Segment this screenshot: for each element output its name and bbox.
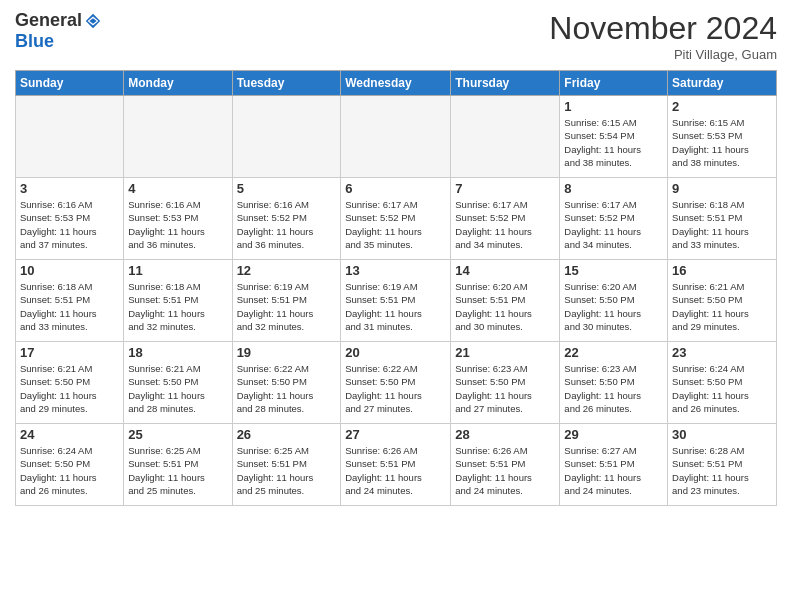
day-number: 6 [345,181,446,196]
col-wednesday: Wednesday [341,71,451,96]
day-info: Sunrise: 6:22 AMSunset: 5:50 PMDaylight:… [237,362,337,415]
calendar-cell-0-2 [232,96,341,178]
day-info: Sunrise: 6:25 AMSunset: 5:51 PMDaylight:… [128,444,227,497]
calendar-cell-3-0: 17Sunrise: 6:21 AMSunset: 5:50 PMDayligh… [16,342,124,424]
calendar-cell-0-0 [16,96,124,178]
day-info: Sunrise: 6:19 AMSunset: 5:51 PMDaylight:… [237,280,337,333]
col-sunday: Sunday [16,71,124,96]
day-number: 16 [672,263,772,278]
day-info: Sunrise: 6:21 AMSunset: 5:50 PMDaylight:… [128,362,227,415]
col-saturday: Saturday [668,71,777,96]
calendar-cell-2-5: 15Sunrise: 6:20 AMSunset: 5:50 PMDayligh… [560,260,668,342]
calendar-cell-1-2: 5Sunrise: 6:16 AMSunset: 5:52 PMDaylight… [232,178,341,260]
day-info: Sunrise: 6:25 AMSunset: 5:51 PMDaylight:… [237,444,337,497]
month-title: November 2024 [549,10,777,47]
logo-flag-icon [84,12,102,30]
logo-text: General [15,10,102,31]
day-number: 1 [564,99,663,114]
calendar-cell-1-6: 9Sunrise: 6:18 AMSunset: 5:51 PMDaylight… [668,178,777,260]
calendar-cell-3-3: 20Sunrise: 6:22 AMSunset: 5:50 PMDayligh… [341,342,451,424]
calendar-cell-1-4: 7Sunrise: 6:17 AMSunset: 5:52 PMDaylight… [451,178,560,260]
calendar-cell-1-0: 3Sunrise: 6:16 AMSunset: 5:53 PMDaylight… [16,178,124,260]
calendar-cell-2-1: 11Sunrise: 6:18 AMSunset: 5:51 PMDayligh… [124,260,232,342]
calendar-cell-3-5: 22Sunrise: 6:23 AMSunset: 5:50 PMDayligh… [560,342,668,424]
day-info: Sunrise: 6:18 AMSunset: 5:51 PMDaylight:… [128,280,227,333]
day-info: Sunrise: 6:26 AMSunset: 5:51 PMDaylight:… [455,444,555,497]
calendar-cell-4-3: 27Sunrise: 6:26 AMSunset: 5:51 PMDayligh… [341,424,451,506]
logo: General Blue [15,10,102,52]
day-info: Sunrise: 6:19 AMSunset: 5:51 PMDaylight:… [345,280,446,333]
col-friday: Friday [560,71,668,96]
calendar-cell-4-0: 24Sunrise: 6:24 AMSunset: 5:50 PMDayligh… [16,424,124,506]
calendar-cell-2-4: 14Sunrise: 6:20 AMSunset: 5:51 PMDayligh… [451,260,560,342]
day-number: 26 [237,427,337,442]
day-info: Sunrise: 6:27 AMSunset: 5:51 PMDaylight:… [564,444,663,497]
day-number: 13 [345,263,446,278]
calendar-cell-1-3: 6Sunrise: 6:17 AMSunset: 5:52 PMDaylight… [341,178,451,260]
day-number: 17 [20,345,119,360]
day-number: 19 [237,345,337,360]
day-info: Sunrise: 6:17 AMSunset: 5:52 PMDaylight:… [564,198,663,251]
calendar-cell-2-2: 12Sunrise: 6:19 AMSunset: 5:51 PMDayligh… [232,260,341,342]
week-row-2: 3Sunrise: 6:16 AMSunset: 5:53 PMDaylight… [16,178,777,260]
day-info: Sunrise: 6:23 AMSunset: 5:50 PMDaylight:… [564,362,663,415]
day-number: 7 [455,181,555,196]
day-number: 10 [20,263,119,278]
logo-general: General [15,10,82,31]
calendar-cell-4-6: 30Sunrise: 6:28 AMSunset: 5:51 PMDayligh… [668,424,777,506]
calendar-cell-0-5: 1Sunrise: 6:15 AMSunset: 5:54 PMDaylight… [560,96,668,178]
day-number: 2 [672,99,772,114]
day-info: Sunrise: 6:26 AMSunset: 5:51 PMDaylight:… [345,444,446,497]
day-number: 22 [564,345,663,360]
day-info: Sunrise: 6:21 AMSunset: 5:50 PMDaylight:… [20,362,119,415]
logo-blue: Blue [15,31,54,52]
day-number: 30 [672,427,772,442]
calendar-cell-4-5: 29Sunrise: 6:27 AMSunset: 5:51 PMDayligh… [560,424,668,506]
day-number: 9 [672,181,772,196]
day-info: Sunrise: 6:16 AMSunset: 5:53 PMDaylight:… [20,198,119,251]
calendar-cell-2-3: 13Sunrise: 6:19 AMSunset: 5:51 PMDayligh… [341,260,451,342]
calendar-cell-3-4: 21Sunrise: 6:23 AMSunset: 5:50 PMDayligh… [451,342,560,424]
day-info: Sunrise: 6:20 AMSunset: 5:50 PMDaylight:… [564,280,663,333]
week-row-3: 10Sunrise: 6:18 AMSunset: 5:51 PMDayligh… [16,260,777,342]
calendar-cell-3-1: 18Sunrise: 6:21 AMSunset: 5:50 PMDayligh… [124,342,232,424]
day-number: 24 [20,427,119,442]
day-number: 29 [564,427,663,442]
calendar-cell-1-5: 8Sunrise: 6:17 AMSunset: 5:52 PMDaylight… [560,178,668,260]
col-monday: Monday [124,71,232,96]
calendar-cell-0-3 [341,96,451,178]
day-info: Sunrise: 6:15 AMSunset: 5:53 PMDaylight:… [672,116,772,169]
calendar-cell-0-4 [451,96,560,178]
day-number: 27 [345,427,446,442]
calendar-table: Sunday Monday Tuesday Wednesday Thursday… [15,70,777,506]
day-info: Sunrise: 6:16 AMSunset: 5:52 PMDaylight:… [237,198,337,251]
week-row-4: 17Sunrise: 6:21 AMSunset: 5:50 PMDayligh… [16,342,777,424]
day-info: Sunrise: 6:24 AMSunset: 5:50 PMDaylight:… [20,444,119,497]
calendar-cell-0-6: 2Sunrise: 6:15 AMSunset: 5:53 PMDaylight… [668,96,777,178]
calendar-cell-3-2: 19Sunrise: 6:22 AMSunset: 5:50 PMDayligh… [232,342,341,424]
calendar-header-row: Sunday Monday Tuesday Wednesday Thursday… [16,71,777,96]
day-info: Sunrise: 6:18 AMSunset: 5:51 PMDaylight:… [672,198,772,251]
day-number: 5 [237,181,337,196]
day-number: 28 [455,427,555,442]
day-number: 11 [128,263,227,278]
day-number: 12 [237,263,337,278]
col-tuesday: Tuesday [232,71,341,96]
day-info: Sunrise: 6:22 AMSunset: 5:50 PMDaylight:… [345,362,446,415]
day-number: 8 [564,181,663,196]
day-number: 23 [672,345,772,360]
day-info: Sunrise: 6:21 AMSunset: 5:50 PMDaylight:… [672,280,772,333]
calendar-cell-3-6: 23Sunrise: 6:24 AMSunset: 5:50 PMDayligh… [668,342,777,424]
week-row-1: 1Sunrise: 6:15 AMSunset: 5:54 PMDaylight… [16,96,777,178]
calendar-cell-2-6: 16Sunrise: 6:21 AMSunset: 5:50 PMDayligh… [668,260,777,342]
day-info: Sunrise: 6:20 AMSunset: 5:51 PMDaylight:… [455,280,555,333]
day-info: Sunrise: 6:15 AMSunset: 5:54 PMDaylight:… [564,116,663,169]
day-number: 25 [128,427,227,442]
day-number: 18 [128,345,227,360]
day-info: Sunrise: 6:24 AMSunset: 5:50 PMDaylight:… [672,362,772,415]
calendar-cell-0-1 [124,96,232,178]
day-info: Sunrise: 6:23 AMSunset: 5:50 PMDaylight:… [455,362,555,415]
calendar-cell-4-2: 26Sunrise: 6:25 AMSunset: 5:51 PMDayligh… [232,424,341,506]
header: General Blue November 2024 Piti Village,… [15,10,777,62]
calendar-cell-1-1: 4Sunrise: 6:16 AMSunset: 5:53 PMDaylight… [124,178,232,260]
